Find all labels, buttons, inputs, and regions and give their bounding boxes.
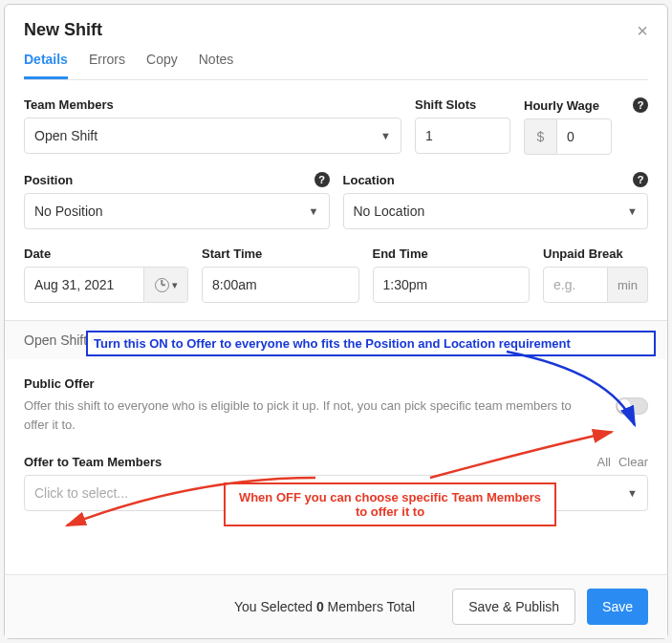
team-members-select[interactable]: Open Shift ▼ <box>24 118 401 154</box>
start-time-label: Start Time <box>202 246 359 261</box>
position-label: Position <box>24 173 73 187</box>
select-all-link[interactable]: All <box>596 455 610 469</box>
toggle-knob <box>618 399 631 413</box>
annotation-red: When OFF you can choose specific Team Me… <box>224 482 556 526</box>
chevron-down-icon: ▼ <box>309 205 319 217</box>
modal-footer: You Selected 0 Members Total Save & Publ… <box>5 574 667 638</box>
offer-to-team-label: Offer to Team Members <box>24 455 162 469</box>
tab-notes[interactable]: Notes <box>199 52 234 79</box>
clock-icon <box>155 278 169 292</box>
save-publish-button[interactable]: Save & Publish <box>452 589 575 625</box>
date-label: Date <box>24 246 188 261</box>
date-dropdown-button[interactable]: ▾ <box>143 268 187 302</box>
hourly-wage-input[interactable]: 0 <box>556 118 612 155</box>
modal-header: New Shift × Details Errors Copy Notes <box>5 5 667 80</box>
end-time-input[interactable]: 1:30pm <box>373 267 531 303</box>
unpaid-break-label: Unpaid Break <box>543 246 648 261</box>
team-members-label: Team Members <box>24 97 401 112</box>
members-selected-summary: You Selected 0 Members Total <box>24 599 415 614</box>
annotation-blue: Turn this ON to Offer to everyone who fi… <box>86 331 656 356</box>
shift-slots-input[interactable]: 1 <box>415 118 510 154</box>
location-label: Location <box>343 173 395 187</box>
break-unit-suffix: min <box>608 267 648 303</box>
start-time-input[interactable]: 8:00am <box>202 267 359 303</box>
position-select[interactable]: No Position ▼ <box>24 193 330 229</box>
tab-errors[interactable]: Errors <box>89 52 125 79</box>
tab-copy[interactable]: Copy <box>146 52 178 79</box>
public-offer-toggle[interactable] <box>616 397 648 415</box>
close-icon[interactable]: × <box>637 21 648 40</box>
modal-title: New Shift <box>24 20 102 40</box>
currency-prefix: $ <box>524 118 556 155</box>
chevron-down-icon: ▼ <box>380 130 391 141</box>
chevron-down-icon: ▼ <box>627 487 638 499</box>
help-icon[interactable]: ? <box>633 97 648 113</box>
help-icon[interactable]: ? <box>633 172 648 187</box>
location-select[interactable]: No Location ▼ <box>343 193 649 229</box>
team-members-value: Open Shift <box>34 128 98 143</box>
end-time-label: End Time <box>373 246 531 261</box>
save-button[interactable]: Save <box>587 589 648 625</box>
public-offer-label: Public Offer <box>24 376 587 391</box>
shift-slots-label: Shift Slots <box>415 97 510 112</box>
unpaid-break-input[interactable]: e.g. <box>543 267 608 303</box>
tab-bar: Details Errors Copy Notes <box>24 52 648 80</box>
clear-link[interactable]: Clear <box>618 455 648 469</box>
tab-details[interactable]: Details <box>24 52 68 79</box>
chevron-down-icon: ▾ <box>172 279 178 291</box>
date-picker[interactable]: Aug 31, 2021 ▾ <box>24 267 188 303</box>
chevron-down-icon: ▼ <box>627 205 638 217</box>
help-icon[interactable]: ? <box>314 172 330 187</box>
new-shift-modal: New Shift × Details Errors Copy Notes Te… <box>4 4 668 639</box>
hourly-wage-label: Hourly Wage <box>524 98 599 113</box>
public-offer-description: Offer this shift to everyone who is elig… <box>24 397 587 434</box>
